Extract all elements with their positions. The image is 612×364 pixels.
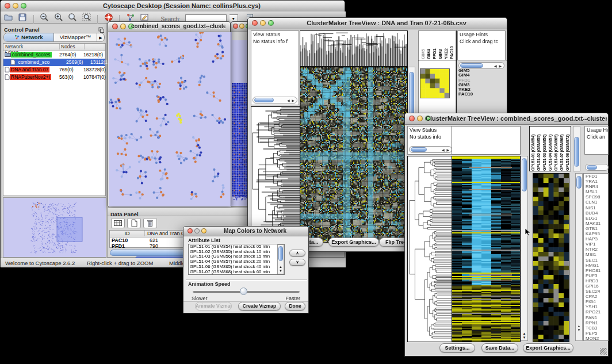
network-tree-row[interactable]: RNAPuberNov2+I563(0)107847(0) — [3, 74, 105, 81]
gene-list-item[interactable]: NTR2 — [584, 247, 608, 252]
zoom-icon[interactable] — [201, 228, 206, 233]
gene-list-item[interactable]: PEP5 — [584, 331, 608, 336]
animate-vizmap-button[interactable]: Animate Vizmap — [195, 302, 232, 311]
gene-list-item[interactable]: FIG4 — [584, 299, 608, 304]
move-up-button[interactable]: ∧ — [289, 250, 305, 256]
done-button[interactable]: Done — [285, 302, 305, 311]
gene-label[interactable]: PAC10 — [458, 92, 484, 97]
network-canvas[interactable] — [109, 32, 231, 206]
array-labels-vscrollbar[interactable] — [573, 126, 580, 171]
gene-list-item[interactable]: SEC1 — [584, 258, 608, 263]
gene-list-item[interactable]: TCB3 — [584, 325, 608, 331]
col-header-id[interactable]: ID — [110, 231, 145, 236]
slider-thumb[interactable] — [240, 288, 247, 295]
attribute-list-vscrollbar[interactable]: ▲▼ — [277, 244, 284, 274]
gene-list-item[interactable]: VIP1 — [584, 242, 608, 247]
gene-list-item[interactable]: RPN1 — [584, 320, 608, 325]
tab-vizmapper[interactable]: VizMapper™ — [54, 33, 97, 41]
birdseye-overview[interactable] — [3, 197, 106, 258]
minimize-icon[interactable] — [239, 24, 244, 29]
zoom-fit-icon[interactable] — [67, 12, 78, 23]
create-vizmap-button[interactable]: Create Vizmap — [238, 302, 281, 311]
zoom-selected-icon[interactable] — [81, 12, 93, 23]
gene-list-item[interactable]: CPA2 — [584, 294, 608, 299]
zoom-vscrollbar[interactable]: ▲▼ — [575, 173, 583, 341]
gene-list-item[interactable]: PFD1 — [584, 174, 608, 179]
export-graphics-button[interactable]: Export Graphics... — [523, 343, 573, 352]
gene-list-item[interactable]: KAP95 — [584, 231, 608, 236]
status-hint-zoom: Right-click + drag to ZOOM — [87, 260, 153, 266]
gene-list-item[interactable]: MSL1 — [584, 189, 608, 194]
gene-list-item[interactable]: GPI16 — [584, 283, 608, 289]
gene-list-item[interactable]: SEC24 — [584, 289, 608, 294]
save-icon[interactable] — [17, 12, 28, 23]
col-header-network[interactable]: Network — [3, 44, 60, 49]
move-down-button[interactable]: ∨ — [289, 259, 305, 266]
gene-list-item[interactable]: PAN1 — [584, 315, 608, 320]
resize-grip[interactable] — [600, 348, 607, 355]
gene-list-item[interactable]: RNR4 — [584, 184, 608, 189]
heatmap-canvas[interactable] — [300, 67, 408, 243]
tab-network[interactable]: Network — [4, 33, 54, 41]
close-icon[interactable] — [252, 20, 258, 26]
gene-list-item[interactable]: YSH1 — [584, 304, 608, 309]
main-titlebar[interactable]: Cytoscape Desktop (Session Name: collins… — [1, 1, 345, 12]
network-tree-row-selected[interactable]: combined_sco2569(6)13112(15) — [3, 59, 105, 66]
heatmap-canvas[interactable] — [452, 156, 521, 342]
view-status-hscrollbar[interactable]: ◀ ▶ — [253, 97, 297, 104]
gene-list-item[interactable]: MAK31 — [584, 221, 608, 226]
col-header-nodes[interactable]: Nodes — [60, 44, 85, 49]
tab-overflow-arrow[interactable]: ▶ — [97, 33, 104, 41]
attribute-listbox[interactable]: GPL51-01 (GSM854) heat shock 05 minGPL51… — [188, 244, 285, 275]
correlation-matrix-heatmap[interactable] — [420, 68, 450, 98]
close-icon[interactable] — [233, 24, 238, 29]
file-icon — [5, 74, 10, 80]
export-graphics-button[interactable]: Export Graphics... — [328, 237, 379, 247]
minimize-icon[interactable] — [417, 116, 423, 121]
network-tree-row[interactable]: DNA and Tran 07769(0)183728(0) — [3, 66, 105, 74]
heatmap-vscrollbar[interactable]: ▲▼ — [521, 156, 528, 341]
settings-button[interactable]: Settings... — [439, 343, 475, 352]
gene-list-item[interactable]: HRD3 — [584, 278, 608, 283]
zoom-heatmap-canvas[interactable] — [533, 173, 569, 342]
row-dendrogram[interactable] — [407, 156, 453, 342]
close-icon[interactable] — [112, 24, 118, 29]
close-icon[interactable] — [5, 3, 10, 9]
open-file-icon[interactable] — [3, 12, 14, 23]
gene-list-item[interactable]: PUF3 — [584, 273, 608, 278]
table-grid-icon[interactable] — [111, 218, 125, 228]
save-data-button[interactable]: Save Data... — [481, 343, 518, 352]
gene-list-item[interactable]: HAP3 — [584, 236, 608, 242]
view-status-hscrollbar[interactable]: ◀ ▶ — [409, 146, 452, 153]
delete-attribute-trash-icon[interactable] — [143, 218, 157, 228]
gene-list-item[interactable]: HMG1 — [584, 263, 608, 268]
treeview1-titlebar[interactable]: ClusterMaker TreeView : DNA and Tran 07-… — [248, 18, 507, 29]
new-attribute-icon[interactable] — [127, 218, 141, 228]
minimize-icon[interactable] — [120, 24, 126, 29]
gene-list-item[interactable]: ELG1 — [584, 216, 608, 221]
gene-list-item[interactable]: PHO81 — [584, 268, 608, 273]
gene-list-item[interactable]: BUD4 — [584, 210, 608, 216]
row-dendrogram[interactable] — [251, 106, 300, 243]
gene-list-item[interactable]: GTB1 — [584, 226, 608, 231]
usage-hints-hscrollbar[interactable] — [585, 164, 609, 171]
dialog-titlebar[interactable]: Map Colors to Network — [183, 227, 308, 236]
gene-list-item[interactable]: RPO21 — [584, 309, 608, 315]
minimize-icon[interactable] — [13, 3, 18, 9]
gene-list-item[interactable]: NIS1 — [584, 205, 608, 210]
usage-hints-hscrollbar[interactable]: ◀ ▶ — [458, 62, 504, 69]
close-icon[interactable] — [409, 116, 415, 121]
zoom-out-icon[interactable] — [39, 12, 50, 23]
zoom-in-icon[interactable] — [53, 12, 64, 23]
gene-list-item[interactable]: CLN1 — [584, 200, 608, 205]
close-icon[interactable] — [188, 228, 193, 233]
column-dendrogram[interactable] — [300, 30, 408, 67]
gene-list-item[interactable]: MON2 — [584, 336, 608, 341]
gene-list-item[interactable]: SPC98 — [584, 194, 608, 200]
gene-list-item[interactable]: YRA1 — [584, 179, 608, 184]
gene-list-item[interactable]: MSI1 — [584, 252, 608, 257]
treeview2-titlebar[interactable]: ClusterMaker TreeView : combined_scores_… — [405, 113, 608, 125]
network-tree-row[interactable]: combined_scores2764(0)16218(0) — [3, 51, 105, 59]
attribute-list-item[interactable]: GPL51-07 (GSM868) heat shock 60 min — [189, 270, 284, 275]
minimize-icon[interactable] — [260, 20, 266, 26]
